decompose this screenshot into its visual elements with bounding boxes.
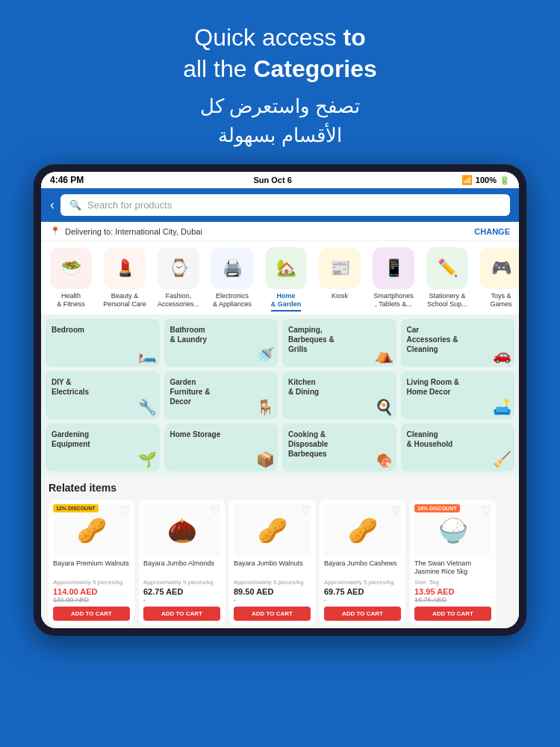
sub-home-storage[interactable]: Home Storage 📦 bbox=[164, 424, 279, 471]
product-name-5: The Swan Vietnam Jasmine Rice 5kg bbox=[414, 560, 491, 577]
sub-cleaning[interactable]: Cleaning& Household 🧹 bbox=[401, 424, 515, 471]
category-item-health[interactable]: 🥗 Health& Fitness bbox=[44, 247, 98, 311]
sub-cooking[interactable]: Cooking &DisposableBarbeques 🍖 bbox=[282, 424, 396, 471]
back-button[interactable]: ‹ bbox=[50, 197, 55, 213]
device-frame: 4:46 PM Sun Oct 6 📶 100% 🔋 ‹ 🔍 Search fo… bbox=[34, 164, 526, 636]
sub-bathroom[interactable]: Bathroom& Laundry 🚿 bbox=[164, 319, 279, 367]
product-old-price-2 bbox=[143, 596, 220, 604]
product-card-5: 16% DISCOUNT ♡ 🍚 The Swan Vietnam Jasmin… bbox=[410, 500, 496, 625]
camping-icon: ⛺ bbox=[375, 346, 393, 364]
search-input-box[interactable]: 🔍 Search for products bbox=[60, 194, 510, 216]
product-unit-5: Size: 5kg bbox=[414, 579, 491, 586]
product-image-3: 🥜 bbox=[234, 504, 311, 557]
wishlist-icon-1[interactable]: ♡ bbox=[120, 504, 130, 516]
delivery-bar: 📍 Delivering to: International City, Dub… bbox=[41, 222, 519, 241]
beauty-label: Beauty &Personal Care bbox=[103, 292, 146, 309]
headline-english: Quick access to all the Categories bbox=[30, 22, 530, 84]
product-unit-3: Approximately 5 pieces/kg bbox=[234, 579, 311, 586]
stationery-label: Stationery &School Sup... bbox=[427, 292, 467, 309]
battery-text: 100% bbox=[476, 176, 497, 185]
product-name-4: Bayara Jumbo Cashews bbox=[324, 560, 401, 577]
related-items-section: Related items 12% DISCOUNT ♡ 🥜 Bayara Pr… bbox=[41, 476, 519, 628]
top-section: Quick access to all the Categories تصفح … bbox=[0, 0, 560, 165]
product-price-3: 89.50 AED bbox=[234, 587, 311, 596]
categories-scroll: 🥗 Health& Fitness 💄 Beauty &Personal Car… bbox=[41, 247, 519, 311]
related-items-title: Related items bbox=[49, 482, 511, 494]
products-row: 12% DISCOUNT ♡ 🥜 Bayara Premium Walnuts … bbox=[49, 500, 511, 625]
cleaning-icon: 🧹 bbox=[493, 450, 511, 468]
search-bar: ‹ 🔍 Search for products bbox=[41, 188, 519, 222]
fashion-icon-box: ⌚ bbox=[158, 247, 199, 289]
status-icons: 📶 100% 🔋 bbox=[461, 175, 510, 185]
kitchen-icon: 🍳 bbox=[375, 398, 393, 416]
sub-kitchen-label: Kitchen& Dining bbox=[288, 377, 391, 397]
category-item-electronics[interactable]: 🖨️ Electronics& Appliances bbox=[205, 247, 259, 311]
car-icon: 🚗 bbox=[493, 346, 511, 364]
category-item-home[interactable]: 🏡 Home& Garden bbox=[259, 247, 313, 311]
toys-icon-box: 🎮 bbox=[480, 247, 519, 289]
toys-label: Toys &Games bbox=[490, 292, 511, 309]
sub-cleaning-label: Cleaning& Household bbox=[407, 430, 509, 449]
sub-living-room[interactable]: Living Room &Home Decor 🛋️ bbox=[401, 371, 515, 419]
product-price-1: 114.00 AED bbox=[53, 587, 130, 596]
product-old-price-5: 16.75 AED bbox=[414, 596, 491, 604]
add-to-cart-button-3[interactable]: ADD TO CART bbox=[234, 607, 311, 621]
product-unit-1: Approximately 5 pieces/kg bbox=[53, 579, 130, 586]
change-location-button[interactable]: CHANGE bbox=[474, 227, 510, 236]
delivery-text: Delivering to: International City, Dubai bbox=[65, 227, 202, 236]
sub-camping[interactable]: Camping,Barbeques &Grills ⛺ bbox=[282, 319, 396, 367]
sub-gardening-label: GardeningEquipment bbox=[52, 430, 154, 449]
sub-bedroom[interactable]: Bedroom 🛏️ bbox=[46, 319, 160, 367]
kiosk-icon-box: 📰 bbox=[319, 247, 361, 289]
subcategory-grid: Bedroom 🛏️ Bathroom& Laundry 🚿 Camping,B… bbox=[41, 314, 519, 476]
sub-diy[interactable]: DIY &Electricals 🔧 bbox=[46, 371, 160, 419]
wishlist-icon-2[interactable]: ♡ bbox=[211, 504, 220, 516]
product-card-1: 12% DISCOUNT ♡ 🥜 Bayara Premium Walnuts … bbox=[49, 500, 134, 625]
product-card-3: ♡ 🥜 Bayara Jumbo Walnuts Approximately 5… bbox=[229, 500, 315, 625]
product-price-2: 62.75 AED bbox=[143, 587, 220, 596]
add-to-cart-button-5[interactable]: ADD TO CART bbox=[414, 607, 491, 621]
add-to-cart-button-1[interactable]: ADD TO CART bbox=[53, 607, 130, 621]
category-item-toys[interactable]: 🎮 Toys &Games bbox=[474, 247, 519, 311]
search-placeholder: Search for products bbox=[87, 199, 172, 211]
stationery-icon-box: ✏️ bbox=[426, 247, 468, 289]
sub-living-room-label: Living Room &Home Decor bbox=[407, 377, 509, 397]
category-item-fashion[interactable]: ⌚ Fashion,Accessories... bbox=[152, 247, 205, 311]
wifi-icon: 📶 bbox=[461, 175, 473, 185]
device-screen: 4:46 PM Sun Oct 6 📶 100% 🔋 ‹ 🔍 Search fo… bbox=[41, 172, 519, 628]
sub-kitchen[interactable]: Kitchen& Dining 🍳 bbox=[282, 371, 396, 419]
product-old-price-3 bbox=[234, 596, 311, 604]
wishlist-icon-5[interactable]: ♡ bbox=[482, 504, 491, 516]
home-icon-box: 🏡 bbox=[265, 247, 307, 289]
add-to-cart-button-2[interactable]: ADD TO CART bbox=[143, 607, 220, 621]
category-item-stationery[interactable]: ✏️ Stationery &School Sup... bbox=[420, 247, 474, 311]
status-bar: 4:46 PM Sun Oct 6 📶 100% 🔋 bbox=[41, 172, 519, 188]
sub-bathroom-label: Bathroom& Laundry bbox=[170, 325, 273, 344]
product-old-price-1: 131.00 AED bbox=[53, 596, 130, 604]
category-item-beauty[interactable]: 💄 Beauty &Personal Care bbox=[98, 247, 152, 311]
smartphones-label: Smartphones, Tablets &... bbox=[373, 292, 414, 309]
fashion-label: Fashion,Accessories... bbox=[158, 292, 199, 309]
discount-badge-1: 12% DISCOUNT bbox=[53, 504, 99, 512]
category-item-kiosk[interactable]: 📰 Kiosk bbox=[313, 247, 367, 311]
product-price-5: 13.95 AED bbox=[414, 587, 491, 596]
sub-diy-label: DIY &Electricals bbox=[52, 377, 154, 397]
product-image-2: 🌰 bbox=[143, 504, 220, 557]
add-to-cart-button-4[interactable]: ADD TO CART bbox=[324, 607, 401, 621]
sub-garden-furniture[interactable]: GardenFurniture &Decor 🪑 bbox=[164, 371, 279, 419]
search-icon: 🔍 bbox=[69, 199, 81, 211]
smartphones-icon-box: 📱 bbox=[373, 247, 414, 289]
category-item-smartphones[interactable]: 📱 Smartphones, Tablets &... bbox=[367, 247, 420, 311]
sub-car[interactable]: CarAccessories &Cleaning 🚗 bbox=[401, 319, 515, 367]
categories-row: 🥗 Health& Fitness 💄 Beauty &Personal Car… bbox=[41, 241, 519, 314]
diy-icon: 🔧 bbox=[138, 398, 157, 416]
product-unit-4: Approximately 5 pieces/kg bbox=[324, 579, 401, 586]
wishlist-icon-4[interactable]: ♡ bbox=[391, 504, 401, 516]
home-label: Home& Garden bbox=[271, 292, 302, 311]
product-name-3: Bayara Jumbo Walnuts bbox=[234, 560, 311, 577]
sub-gardening[interactable]: GardeningEquipment 🌱 bbox=[46, 424, 160, 471]
health-label: Health& Fitness bbox=[57, 292, 85, 309]
location-icon: 📍 bbox=[50, 226, 60, 236]
living-room-icon: 🛋️ bbox=[493, 398, 511, 416]
wishlist-icon-3[interactable]: ♡ bbox=[301, 504, 311, 516]
